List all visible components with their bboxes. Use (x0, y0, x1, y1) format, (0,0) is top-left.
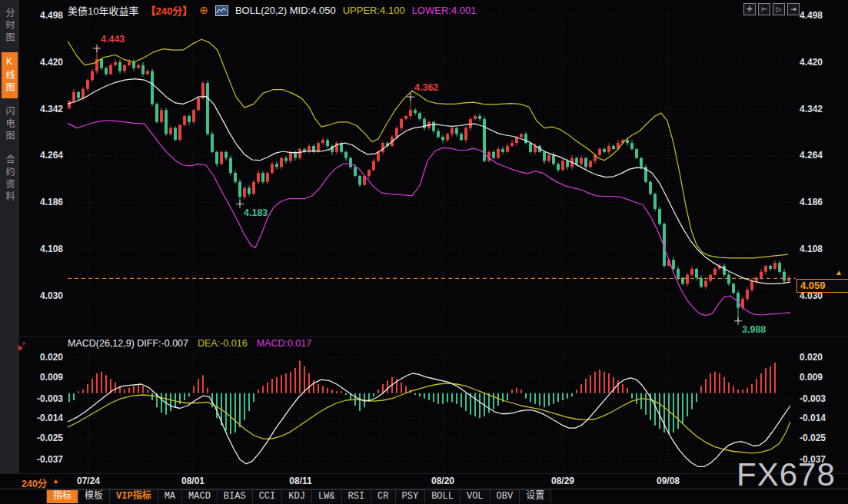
boll-indicator-icon[interactable] (215, 5, 228, 16)
tab-CCI[interactable]: CCI (253, 490, 283, 503)
extreme-price-label: 3.988 (742, 324, 766, 335)
sidebar-item-K线图[interactable]: K线图 (2, 52, 18, 98)
tab-设置[interactable]: 设置 (520, 490, 551, 503)
auto-scroll-icon[interactable]: ▷ (773, 3, 785, 15)
boll-upper-label: UPPER:4.100 (343, 5, 405, 16)
chart-type-sidebar: 分时图K线图闪电图合约资料 (0, 0, 19, 473)
jump-latest-icon[interactable]: ⇥ (787, 3, 800, 15)
tab-MA[interactable]: MA (158, 490, 182, 503)
tab-BIAS[interactable]: BIAS (218, 490, 253, 503)
tab-PSY[interactable]: PSY (396, 490, 426, 503)
extreme-price-label: 4.183 (244, 207, 268, 218)
boll-lower-line (68, 121, 790, 316)
tab-KDJ[interactable]: KDJ (282, 490, 312, 503)
last-price-tag[interactable]: 4.059 (796, 279, 848, 293)
sidebar-item-分时图[interactable]: 分时图 (2, 4, 18, 48)
chart-toolbar: ✛⊢▷⇥ (743, 3, 800, 15)
indicator-tab-bar: 指标模板VIP指标MAMACDBIASCCIKDJLW&RSICRPSYBOLL… (46, 489, 551, 504)
chart-application-window: 美债10年收益率 【240分】 ⊕ BOLL(20,2) MID:4.050 U… (0, 0, 848, 504)
tab-LW&[interactable]: LW& (312, 490, 342, 503)
price-up-arrow-icon: ▲ (835, 268, 843, 277)
alert-icon[interactable] (16, 341, 27, 355)
tab-OBV[interactable]: OBV (491, 490, 520, 503)
axis-scale-icon[interactable]: ⊢ (758, 3, 770, 15)
extreme-price-label: 4.362 (414, 82, 438, 93)
sidebar-item-闪电图[interactable]: 闪电图 (2, 102, 18, 147)
tab-模板[interactable]: 模板 (78, 490, 110, 503)
boll-lower-label: LOWER:4.001 (412, 5, 477, 16)
candlestick-macd-chart[interactable]: 4.4434.3624.1833.988 (0, 0, 848, 504)
extreme-price-label: 4.443 (101, 34, 125, 45)
fx678-watermark: FX678 (737, 456, 836, 493)
sidebar-item-合约资料[interactable]: 合约资料 (2, 151, 18, 207)
instrument-title: 美债10年收益率 (68, 3, 138, 18)
tab-MACD[interactable]: MACD (182, 490, 218, 503)
macd-formula-label: MACD(26,12,9) DIFF:-0.007 (68, 338, 188, 349)
tab-CR[interactable]: CR (371, 490, 395, 503)
tab-VOL[interactable]: VOL (461, 490, 491, 503)
macd-dea-label: DEA:-0.016 (198, 338, 248, 349)
period-tag[interactable]: 【240分】 (145, 3, 192, 18)
macd-header: MACD(26,12,9) DIFF:-0.007 DEA:-0.016 MAC… (68, 338, 311, 349)
add-indicator-icon[interactable]: ⊕ (199, 5, 208, 15)
macd-value-label: MACD:0.017 (257, 338, 312, 349)
boll-mid-label: BOLL(20,2) MID:4.050 (235, 5, 336, 16)
boll-upper-line (68, 39, 788, 258)
tab-VIP指标[interactable]: VIP指标 (110, 490, 158, 503)
macd-histogram (69, 361, 775, 435)
chart-info-bar: 美债10年收益率 【240分】 ⊕ BOLL(20,2) MID:4.050 U… (68, 3, 476, 18)
boll-mid-line (68, 79, 790, 284)
tab-BOLL[interactable]: BOLL (425, 490, 461, 503)
tab-RSI[interactable]: RSI (342, 490, 372, 503)
tab-指标[interactable]: 指标 (46, 490, 78, 503)
pan-tool-icon[interactable]: ✛ (743, 3, 756, 15)
price-annotations: 4.4434.3624.1833.988 (93, 34, 766, 335)
